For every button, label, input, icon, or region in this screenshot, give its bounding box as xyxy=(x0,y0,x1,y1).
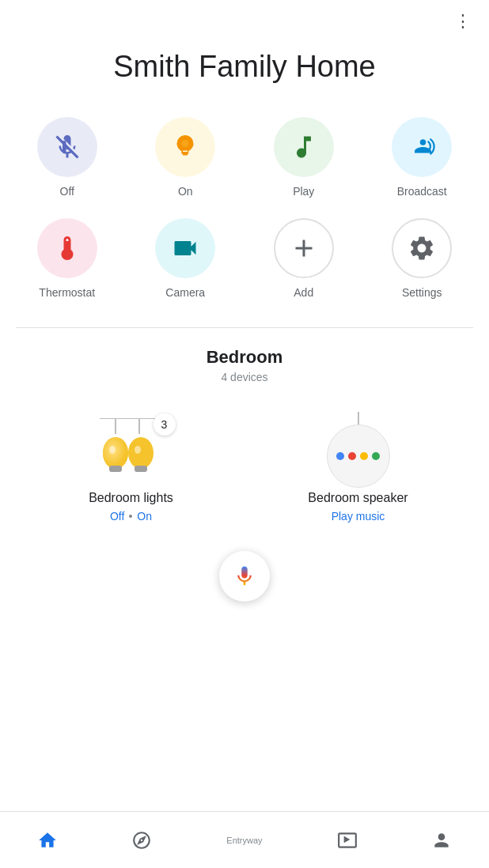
svg-rect-10 xyxy=(109,466,122,472)
action-label-play: Play xyxy=(293,185,314,198)
bottom-nav: Entryway xyxy=(0,811,489,868)
quick-actions-grid: Off On Play xyxy=(0,109,489,319)
settings-icon xyxy=(408,234,436,262)
action-label-broadcast: Broadcast xyxy=(397,185,447,198)
action-label-add: Add xyxy=(294,286,313,299)
action-label-camera: Camera xyxy=(165,286,205,299)
explore-nav-icon xyxy=(131,830,152,851)
nav-entryway[interactable]: Entryway xyxy=(213,829,276,851)
action-camera[interactable]: Camera xyxy=(127,210,245,311)
action-circle-thermostat xyxy=(37,218,97,278)
broadcast-icon xyxy=(408,133,436,161)
svg-point-12 xyxy=(128,437,154,469)
dot-red xyxy=(348,452,356,460)
dot-yellow xyxy=(360,452,368,460)
action-off[interactable]: Off xyxy=(8,109,127,210)
lights-status-dot xyxy=(129,515,132,518)
speaker-icon-area xyxy=(327,418,390,481)
lightbulb-icon xyxy=(171,133,199,161)
speaker-dots xyxy=(336,452,380,460)
top-bar: ⋮ xyxy=(0,0,489,30)
speaker-name: Bedroom speaker xyxy=(308,491,408,505)
lights-status-on: On xyxy=(137,510,152,523)
svg-rect-13 xyxy=(135,466,147,472)
action-play[interactable]: Play xyxy=(244,109,363,210)
svg-point-9 xyxy=(103,437,128,469)
music-note-icon xyxy=(290,133,318,161)
speaker-circle xyxy=(327,425,390,488)
svg-point-4 xyxy=(64,251,70,257)
media-nav-icon xyxy=(337,830,358,851)
bedroom-lights-card[interactable]: 3 Bedroom lights Off On xyxy=(24,402,238,535)
action-circle-broadcast xyxy=(392,117,452,177)
mic-icon xyxy=(233,564,256,588)
home-nav-icon xyxy=(37,830,58,851)
nav-media[interactable] xyxy=(324,824,370,857)
dot-blue xyxy=(336,452,344,460)
lights-status: Off On xyxy=(110,510,152,523)
svg-point-14 xyxy=(135,446,141,454)
entryway-nav-label: Entryway xyxy=(226,836,262,845)
svg-point-11 xyxy=(109,446,116,454)
lights-icon-area: 3 xyxy=(92,418,171,481)
action-broadcast[interactable]: Broadcast xyxy=(363,109,482,210)
action-label-off: Off xyxy=(60,185,74,198)
nav-explore[interactable] xyxy=(119,824,165,857)
svg-rect-3 xyxy=(66,242,68,249)
speaker-status[interactable]: Play music xyxy=(332,510,385,523)
action-circle-add xyxy=(274,218,334,278)
profile-nav-icon xyxy=(431,830,452,851)
action-circle-play xyxy=(274,117,334,177)
action-add[interactable]: Add xyxy=(244,210,363,311)
nav-profile[interactable] xyxy=(419,824,464,857)
room-section: Bedroom 4 devices xyxy=(0,347,489,535)
section-divider xyxy=(16,327,473,328)
action-settings[interactable]: Settings xyxy=(363,210,482,311)
bedroom-speaker-card[interactable]: Bedroom speaker Play music xyxy=(251,402,465,535)
action-circle-settings xyxy=(392,218,452,278)
lights-name: Bedroom lights xyxy=(89,491,173,505)
svg-point-1 xyxy=(182,140,189,147)
lights-status-off: Off xyxy=(110,510,124,523)
device-cards-grid: 3 Bedroom lights Off On xyxy=(16,402,473,535)
more-menu-icon[interactable]: ⋮ xyxy=(454,13,473,30)
action-label-thermostat: Thermostat xyxy=(39,286,95,299)
add-icon xyxy=(290,234,318,262)
camera-icon xyxy=(171,234,199,262)
room-title: Bedroom xyxy=(16,347,473,368)
mic-container xyxy=(0,535,489,609)
room-device-count: 4 devices xyxy=(16,371,473,383)
nav-home[interactable] xyxy=(25,824,70,857)
action-circle-on xyxy=(155,117,215,177)
dot-green xyxy=(372,452,380,460)
action-label-on: On xyxy=(178,185,193,198)
home-title: Smith Family Home xyxy=(0,30,489,109)
thermostat-icon xyxy=(53,234,82,262)
svg-point-2 xyxy=(420,139,426,145)
action-thermostat[interactable]: Thermostat xyxy=(8,210,127,311)
action-on[interactable]: On xyxy=(127,109,245,210)
lights-badge: 3 xyxy=(154,413,176,436)
speaker-action: Play music xyxy=(332,510,385,523)
mic-off-icon xyxy=(53,133,82,161)
action-circle-off xyxy=(37,117,97,177)
action-label-settings: Settings xyxy=(402,286,442,299)
action-circle-camera xyxy=(155,218,215,278)
mic-button[interactable] xyxy=(219,551,270,602)
